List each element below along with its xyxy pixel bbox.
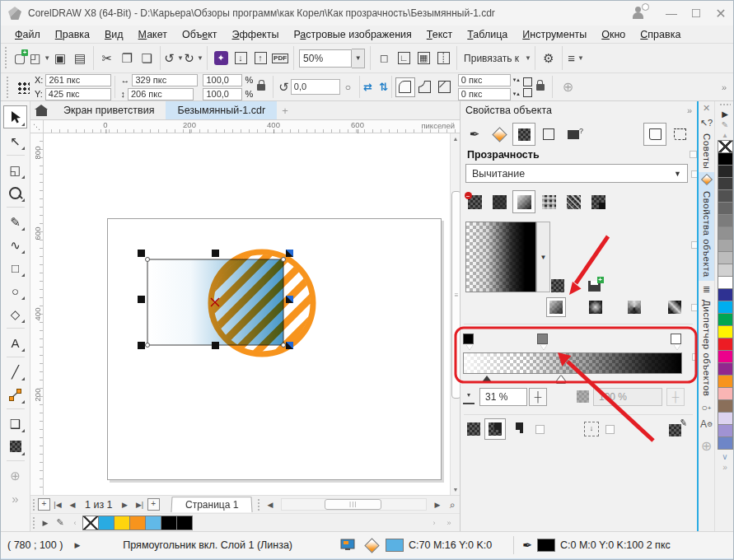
toolbar-fullscreen-preview-button[interactable]: ◻ — [374, 48, 394, 69]
toolbar-export-button[interactable]: ↑ — [250, 48, 270, 69]
toolbar-print-document-button[interactable]: ▤ — [70, 48, 90, 69]
node-transparency-slider-icon[interactable]: ▾ — [463, 391, 475, 404]
text-tool[interactable]: А — [4, 332, 26, 353]
palette-swatch-21[interactable] — [718, 387, 733, 400]
add-page-after-button[interactable]: + — [147, 498, 160, 511]
pattern-transparency-button[interactable] — [537, 190, 560, 213]
toolbar-undo-button[interactable]: ↺▼ — [164, 48, 184, 69]
menu-item-4[interactable]: Макет — [131, 27, 175, 42]
menu-item-1[interactable]: Файл — [7, 27, 48, 42]
no-transparency-button[interactable]: – — [463, 190, 486, 213]
transparency-outline-button[interactable] — [506, 418, 527, 440]
text-properties-icon[interactable]: А⚙ — [700, 416, 713, 432]
palette-swatch-19[interactable] — [718, 362, 733, 376]
toolbar-new-document-button[interactable]: ▢+ — [10, 48, 30, 69]
toolbar-import-button[interactable]: ↓ — [231, 48, 250, 69]
add-page-before-button[interactable]: + — [38, 498, 50, 511]
menu-item-8[interactable]: Текст — [419, 27, 460, 42]
maximize-button[interactable]: ☐ — [684, 4, 708, 22]
doc-swatch-4[interactable] — [129, 516, 146, 530]
spinner-1[interactable]: ▾▴ — [513, 77, 521, 83]
uniform-transparency-button[interactable] — [488, 190, 511, 213]
fill-color-swatch[interactable] — [386, 539, 404, 552]
y-position-field[interactable]: 425 пкс — [45, 88, 111, 100]
canvas-objects[interactable] — [44, 133, 450, 495]
palette-swatch-2[interactable] — [718, 152, 733, 166]
gradient-stop-white[interactable] — [671, 334, 681, 344]
add-tools[interactable]: ⊕ — [4, 464, 26, 486]
ellipse-tool[interactable]: ○ — [4, 280, 26, 301]
docpalette-overflow[interactable]: » — [442, 516, 456, 530]
conical-fountain-button[interactable] — [624, 297, 644, 317]
ruler-origin-button[interactable]: ⋱ — [30, 120, 44, 133]
outline-section-button[interactable]: ✒ — [463, 123, 486, 146]
connector-tool[interactable] — [4, 384, 26, 405]
palette-swatch-17[interactable] — [718, 338, 733, 351]
palette-swatch-14[interactable] — [718, 301, 733, 314]
palette-swatch-10[interactable] — [718, 251, 733, 264]
palette-swatch-24[interactable] — [718, 424, 733, 437]
preview-view-button[interactable] — [668, 123, 691, 146]
palette-swatch-7[interactable] — [718, 214, 733, 227]
toolbar-options-button[interactable]: ⚙ — [539, 48, 559, 69]
palette-swatch-6[interactable] — [718, 202, 733, 215]
doc-swatch-6[interactable] — [161, 516, 177, 530]
palette-swatch-11[interactable] — [718, 264, 733, 277]
fill-status-icon[interactable] — [364, 538, 379, 553]
elliptical-fountain-button[interactable] — [586, 297, 605, 317]
canvas-horizontal-scrollbar[interactable]: ||| — [281, 498, 427, 511]
outline-pen-icon[interactable]: ✒ — [522, 539, 532, 552]
transparency-tool[interactable] — [4, 436, 26, 457]
palette-swatch-1[interactable] — [718, 140, 733, 153]
toolbar-publish-pdf-button[interactable]: PDF — [270, 48, 290, 69]
toolbar-cut-button[interactable]: ✂ — [97, 48, 117, 69]
hscroll-right-button[interactable]: ▶ — [430, 498, 445, 511]
new-docker-icon[interactable]: ○+ — [702, 399, 712, 416]
docker-close-button[interactable]: ✕ — [703, 101, 710, 114]
transparency-picker-icon[interactable] — [548, 276, 568, 296]
lock-ratio-button[interactable] — [257, 84, 265, 91]
status-expand-icon[interactable]: ▶ — [74, 541, 80, 549]
menu-item-7[interactable]: Растровые изображения — [286, 27, 418, 42]
account-icon[interactable] — [631, 6, 648, 21]
chamfered-corner-button[interactable] — [435, 77, 455, 97]
texture-transparency-button[interactable] — [562, 190, 585, 213]
tab-object-manager[interactable]: ≣ Диспетчер объектов — [699, 281, 714, 399]
next-page-button[interactable]: ▶ — [118, 498, 133, 511]
copy-transparency-button[interactable]: ↓ — [584, 422, 599, 436]
corner-radius-field-1[interactable]: 0 пкс — [458, 74, 511, 86]
lock-corners-button[interactable] — [532, 77, 549, 97]
rectangle-section-button[interactable] — [537, 123, 560, 146]
mirror-vertical-button[interactable]: ⇅ — [379, 81, 388, 93]
palette-swatch-12[interactable] — [718, 276, 733, 289]
edit-transparency-button[interactable]: ✎ — [669, 420, 685, 436]
palette-grip[interactable] — [719, 103, 731, 107]
crop-tool[interactable]: ◱ — [4, 159, 26, 180]
palette-swatch-4[interactable] — [718, 177, 733, 190]
mirror-horizontal-button[interactable]: ⇄ — [363, 81, 372, 93]
toolbar-app-launcher-button[interactable]: ≡▼ — [566, 48, 586, 69]
shape-tool[interactable]: ↖ — [4, 130, 26, 152]
midpoint-marker-filled[interactable] — [482, 376, 492, 382]
menu-item-2[interactable]: Правка — [48, 27, 97, 42]
palette-swatch-9[interactable] — [718, 239, 733, 252]
object-width-field[interactable]: 329 пкс — [132, 74, 198, 86]
copy-mini-checkbox[interactable] — [605, 425, 615, 434]
menu-item-11[interactable]: Окно — [594, 27, 633, 42]
property-bar-overflow[interactable]: » — [722, 82, 727, 92]
previous-page-button[interactable]: ◀ — [65, 498, 80, 511]
docker-collapse-button[interactable]: » — [687, 105, 692, 115]
menu-item-10[interactable]: Инструменты — [515, 27, 594, 42]
property-bar-grip[interactable] — [6, 76, 10, 98]
corner-radius-field-2[interactable]: 0 пкс — [458, 88, 511, 100]
scalloped-corner-button[interactable] — [415, 77, 435, 97]
fountain-preview-swatch[interactable] — [465, 222, 536, 292]
tab-object-properties[interactable]: Свойства объекта — [699, 172, 714, 281]
doc-swatch-3[interactable] — [114, 516, 130, 530]
vertical-ruler[interactable]: 800600400200 — [30, 133, 44, 495]
fountain-transparency-button[interactable] — [512, 190, 535, 213]
gradient-stop-black[interactable] — [463, 334, 474, 344]
docpalette-scroll-left[interactable]: ‹ — [68, 516, 82, 530]
scale-x-field[interactable]: 100,0 — [203, 74, 242, 86]
horizontal-scroll-thumb[interactable]: ||| — [325, 499, 381, 510]
